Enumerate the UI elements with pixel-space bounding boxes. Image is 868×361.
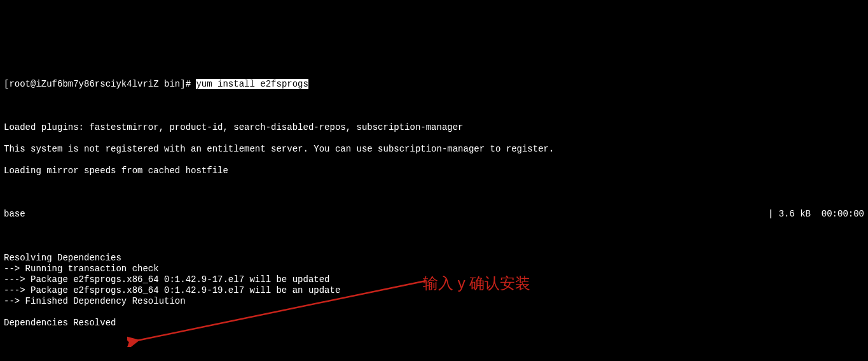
terminal[interactable]: [root@iZuf6bm7y86rsciyk4lvriZ bin]# yum … <box>0 54 868 361</box>
output-line: Resolving Dependencies <box>4 253 864 264</box>
shell-command: yum install e2fsprogs <box>196 79 308 89</box>
repo-progress: | 3.6 kB 00:00:00 <box>768 209 864 220</box>
output-line <box>4 133 864 144</box>
shell-prompt: [root@iZuf6bm7y86rsciyk4lvriZ bin]# <box>4 79 196 89</box>
output-block-1: Loaded plugins: fastestmirror, product-i… <box>4 122 864 176</box>
output-line: This system is not registered with an en… <box>4 144 864 155</box>
output-line <box>4 155 864 166</box>
output-line: Dependencies Resolved <box>4 318 864 329</box>
output-line: Loaded plugins: fastestmirror, product-i… <box>4 122 864 133</box>
output-line <box>4 329 864 339</box>
output-line: Loading mirror speeds from cached hostfi… <box>4 166 864 176</box>
output-line: --> Finished Dependency Resolution <box>4 296 864 307</box>
output-line: --> Running transaction check <box>4 264 864 274</box>
repo-progress-line: base | 3.6 kB 00:00:00 <box>4 209 864 220</box>
output-block-2: Resolving Dependencies--> Running transa… <box>4 253 864 340</box>
repo-name: base <box>4 209 25 220</box>
annotation-text: 输入 y 确认安装 <box>423 274 530 292</box>
prompt-line: [root@iZuf6bm7y86rsciyk4lvriZ bin]# yum … <box>4 79 864 90</box>
output-line <box>4 307 864 318</box>
